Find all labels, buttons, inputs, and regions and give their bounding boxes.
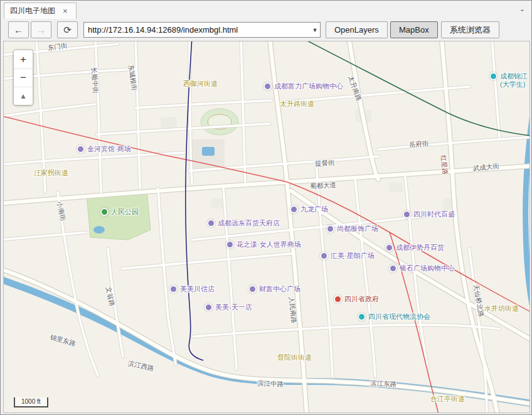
poi-park: 人民公园 bbox=[100, 208, 139, 216]
government-icon bbox=[334, 295, 342, 303]
tab-bar: 四川电子地图 × ⌄ bbox=[1, 1, 531, 19]
poi-label: 财富中心广场 bbox=[259, 285, 301, 293]
poi-shopping: 成都远东百货天府店 bbox=[207, 219, 280, 227]
poi-shopping: 四川时代百盛 bbox=[403, 210, 455, 218]
mapbox-button[interactable]: MapBox bbox=[390, 21, 438, 38]
zoom-out-button[interactable]: − bbox=[14, 68, 33, 87]
shopping-icon bbox=[205, 303, 213, 311]
street-label: 东门街 bbox=[47, 41, 68, 53]
poi-shopping: 美美川信店 bbox=[169, 285, 215, 293]
refresh-button[interactable]: ⟳ bbox=[57, 21, 78, 38]
openlayers-button[interactable]: OpenLayers bbox=[326, 21, 388, 38]
hotel-icon bbox=[489, 72, 497, 80]
shopping-icon bbox=[320, 252, 328, 260]
shopping-icon bbox=[290, 205, 298, 213]
poi-label: 成都伊势丹百货 bbox=[396, 244, 444, 252]
poi-label: 四川省政府 bbox=[344, 295, 379, 303]
compass-button[interactable]: ▲ bbox=[14, 87, 33, 105]
district-label: 合江亭街道 bbox=[430, 394, 465, 404]
url-input[interactable] bbox=[84, 23, 310, 37]
poi-label: 九龙广场 bbox=[301, 205, 328, 213]
shopping-icon bbox=[248, 285, 257, 293]
url-dropdown-icon[interactable]: ▼ bbox=[310, 27, 320, 33]
street-label: 滨江东路 bbox=[370, 379, 396, 389]
street-label: 岳府街 bbox=[409, 139, 429, 149]
tab[interactable]: 四川电子地图 × bbox=[4, 3, 77, 19]
poi-shopping: 美美-天一店 bbox=[205, 303, 252, 311]
poi-label: 成都锦江(大学生) bbox=[500, 72, 528, 89]
poi-shopping: 尚都服饰广场 bbox=[326, 225, 378, 233]
shopping-icon bbox=[263, 82, 272, 90]
compass-icon: ▲ bbox=[19, 92, 27, 100]
street-label: 长顺中街 bbox=[89, 67, 100, 94]
district-label: 西御河街道 bbox=[183, 79, 218, 89]
poi-shopping: 成都富力广场购物中心 bbox=[263, 82, 343, 90]
poi-label: 花之漾·女人世界商场 bbox=[237, 240, 301, 249]
shopping-icon bbox=[326, 225, 334, 233]
back-button[interactable]: ← bbox=[8, 21, 29, 38]
map-zoom-control: + − ▲ bbox=[14, 50, 33, 105]
street-label: 人民南路 bbox=[287, 296, 298, 323]
poi-shopping: 银石广场购物中心 bbox=[389, 264, 455, 272]
park-icon bbox=[100, 208, 109, 216]
street-label: 滨江西路 bbox=[127, 359, 155, 373]
shopping-icon bbox=[77, 145, 85, 153]
tab-overflow-icon[interactable]: ⌄ bbox=[519, 5, 525, 13]
poi-label: 四川省现代物流协会 bbox=[368, 313, 430, 321]
poi-label: 成都富力广场购物中心 bbox=[274, 82, 343, 90]
poi-label: 美美川信店 bbox=[180, 285, 215, 293]
poi-label: 四川时代百盛 bbox=[413, 210, 455, 218]
system-browser-button[interactable]: 系统浏览器 bbox=[441, 21, 499, 38]
street-label: 小南街 bbox=[55, 201, 67, 222]
district-label: 水井坊街道 bbox=[484, 304, 519, 313]
district-label: 汪家拐街道 bbox=[34, 168, 68, 178]
district-label: 太升路街道 bbox=[280, 99, 314, 109]
poi-shopping: 财富中心广场 bbox=[248, 285, 301, 293]
poi-shopping: 成都伊势丹百货 bbox=[385, 244, 444, 252]
forward-button[interactable]: → bbox=[31, 21, 51, 38]
map-label-layer: 东门街长顺中街东城根街太升南路岳府街红星路武成大街提督街蜀都大道小南街人民南路文… bbox=[4, 41, 529, 412]
browser-toolbar: ← → ⟳ ▼ OpenLayers MapBox 系统浏览器 bbox=[1, 19, 531, 41]
street-label: 滨江中路 bbox=[257, 379, 284, 389]
shopping-icon bbox=[403, 210, 411, 218]
tab-title: 四川电子地图 bbox=[10, 6, 55, 16]
street-label: 锦里东路 bbox=[49, 333, 77, 348]
poi-label: 银石广场购物中心 bbox=[400, 264, 455, 272]
district-label: 督院街街道 bbox=[277, 353, 312, 362]
shopping-icon bbox=[207, 219, 215, 227]
street-label: 红星路 bbox=[439, 154, 449, 175]
shopping-icon bbox=[226, 240, 234, 249]
app-window: 四川电子地图 × ⌄ ← → ⟳ ▼ OpenLayers MapBox 系统浏… bbox=[0, 0, 532, 415]
street-label: 东城根街 bbox=[126, 64, 139, 92]
street-label: 天仙桥北路 bbox=[471, 284, 486, 318]
street-label: 蜀都大道 bbox=[310, 181, 337, 191]
org-icon bbox=[358, 313, 366, 321]
poi-shopping: 金河宾馆·商场 bbox=[77, 145, 131, 153]
street-label: 武成大街 bbox=[472, 162, 499, 173]
poi-org: 四川省现代物流协会 bbox=[358, 313, 430, 321]
shopping-icon bbox=[169, 285, 178, 293]
tab-close-icon[interactable]: × bbox=[63, 7, 68, 15]
poi-hotel: 成都锦江(大学生) bbox=[489, 72, 528, 89]
poi-government: 四川省政府 bbox=[334, 295, 379, 303]
poi-shopping: 汇美·星朗广场 bbox=[320, 252, 375, 260]
url-box: ▼ bbox=[83, 22, 321, 38]
scale-bar: 1000 ft bbox=[14, 397, 48, 407]
map-canvas[interactable]: 东门街长顺中街东城根街太升南路岳府街红星路武成大街提督街蜀都大道小南街人民南路文… bbox=[3, 41, 530, 413]
poi-label: 金河宾馆·商场 bbox=[87, 145, 131, 153]
shopping-icon bbox=[389, 264, 397, 272]
zoom-in-button[interactable]: + bbox=[14, 50, 33, 68]
poi-label: 汇美·星朗广场 bbox=[331, 252, 375, 260]
poi-label: 尚都服饰广场 bbox=[337, 225, 378, 233]
poi-label: 美美-天一店 bbox=[215, 303, 252, 311]
street-label: 文翁路 bbox=[104, 286, 116, 308]
poi-shopping: 花之漾·女人世界商场 bbox=[226, 240, 301, 249]
poi-shopping: 九龙广场 bbox=[290, 205, 328, 213]
poi-label: 成都远东百货天府店 bbox=[218, 219, 280, 227]
street-label: 提督街 bbox=[315, 158, 335, 168]
shopping-icon bbox=[385, 244, 393, 252]
poi-label: 人民公园 bbox=[111, 208, 139, 216]
street-label: 太升南路 bbox=[346, 75, 363, 102]
